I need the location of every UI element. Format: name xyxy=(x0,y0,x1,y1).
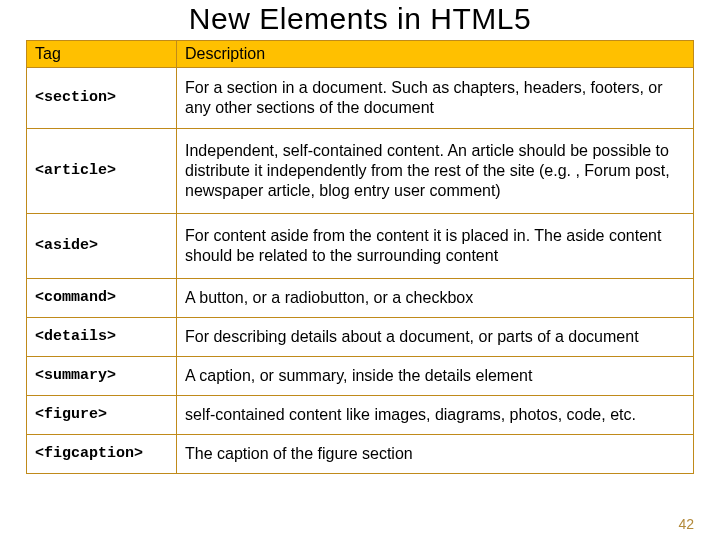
cell-desc: A button, or a radiobutton, or a checkbo… xyxy=(177,279,694,318)
cell-desc: Independent, self-contained content. An … xyxy=(177,129,694,214)
cell-desc: The caption of the figure section xyxy=(177,435,694,474)
table-header-row: Tag Description xyxy=(27,41,694,68)
table-row: <figcaption> The caption of the figure s… xyxy=(27,435,694,474)
table-row: <article> Independent, self-contained co… xyxy=(27,129,694,214)
table-row: <summary> A caption, or summary, inside … xyxy=(27,357,694,396)
table-row: <aside> For content aside from the conte… xyxy=(27,214,694,279)
cell-desc: For a section in a document. Such as cha… xyxy=(177,68,694,129)
cell-tag: <article> xyxy=(27,129,177,214)
cell-tag: <aside> xyxy=(27,214,177,279)
cell-tag: <command> xyxy=(27,279,177,318)
cell-tag: <section> xyxy=(27,68,177,129)
cell-desc: For describing details about a document,… xyxy=(177,318,694,357)
cell-tag: <figure> xyxy=(27,396,177,435)
table-row: <section> For a section in a document. S… xyxy=(27,68,694,129)
table-row: <command> A button, or a radiobutton, or… xyxy=(27,279,694,318)
elements-table: Tag Description <section> For a section … xyxy=(26,40,694,474)
table-row: <details> For describing details about a… xyxy=(27,318,694,357)
slide-title: New Elements in HTML5 xyxy=(26,0,694,36)
header-desc: Description xyxy=(177,41,694,68)
cell-desc: self-contained content like images, diag… xyxy=(177,396,694,435)
slide: New Elements in HTML5 Tag Description <s… xyxy=(0,0,720,540)
cell-tag: <summary> xyxy=(27,357,177,396)
cell-desc: A caption, or summary, inside the detail… xyxy=(177,357,694,396)
cell-tag: <details> xyxy=(27,318,177,357)
table-row: <figure> self-contained content like ima… xyxy=(27,396,694,435)
cell-desc: For content aside from the content it is… xyxy=(177,214,694,279)
header-tag: Tag xyxy=(27,41,177,68)
cell-tag: <figcaption> xyxy=(27,435,177,474)
page-number: 42 xyxy=(678,516,694,532)
